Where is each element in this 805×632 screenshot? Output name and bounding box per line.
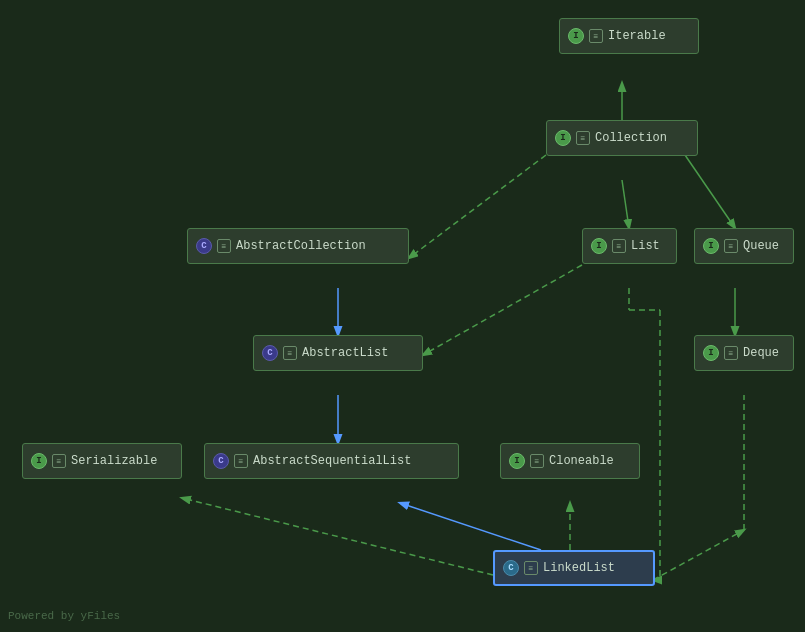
- node-abstractlist[interactable]: C ≡ AbstractList: [253, 335, 423, 371]
- node-collection[interactable]: I ≡ Collection: [546, 120, 698, 156]
- svg-line-2: [622, 180, 629, 228]
- modifier-icon: ≡: [52, 454, 66, 468]
- node-label: AbstractList: [302, 346, 388, 360]
- svg-line-9: [400, 503, 541, 550]
- node-queue[interactable]: I ≡ Queue: [694, 228, 794, 264]
- abstract-icon: C: [196, 238, 212, 254]
- arrows-layer: [0, 0, 805, 632]
- svg-line-3: [685, 155, 735, 228]
- node-label: Iterable: [608, 29, 666, 43]
- node-label: List: [631, 239, 660, 253]
- modifier-icon: ≡: [724, 346, 738, 360]
- node-label: Cloneable: [549, 454, 614, 468]
- modifier-icon: ≡: [576, 131, 590, 145]
- modifier-icon: ≡: [234, 454, 248, 468]
- interface-icon: I: [703, 345, 719, 361]
- node-abstractsequentiallist[interactable]: C ≡ AbstractSequentialList: [204, 443, 459, 479]
- modifier-icon: ≡: [612, 239, 626, 253]
- modifier-icon: ≡: [524, 561, 538, 575]
- modifier-icon: ≡: [589, 29, 603, 43]
- svg-line-1: [409, 155, 546, 258]
- node-label: Queue: [743, 239, 779, 253]
- class-icon: C: [503, 560, 519, 576]
- node-abstractcollection[interactable]: C ≡ AbstractCollection: [187, 228, 409, 264]
- node-label: LinkedList: [543, 561, 615, 575]
- svg-line-11: [653, 530, 744, 580]
- abstract-icon: C: [262, 345, 278, 361]
- modifier-icon: ≡: [724, 239, 738, 253]
- node-label: Collection: [595, 131, 667, 145]
- node-label: AbstractSequentialList: [253, 454, 411, 468]
- interface-icon: I: [509, 453, 525, 469]
- modifier-icon: ≡: [530, 454, 544, 468]
- abstract-icon: C: [213, 453, 229, 469]
- node-linkedlist[interactable]: C ≡ LinkedList: [493, 550, 655, 586]
- interface-icon: I: [568, 28, 584, 44]
- node-deque[interactable]: I ≡ Deque: [694, 335, 794, 371]
- svg-line-8: [182, 498, 493, 575]
- node-label: AbstractCollection: [236, 239, 366, 253]
- svg-line-5: [423, 265, 582, 355]
- node-cloneable[interactable]: I ≡ Cloneable: [500, 443, 640, 479]
- node-label: Serializable: [71, 454, 157, 468]
- modifier-icon: ≡: [217, 239, 231, 253]
- powered-by-label: Powered by yFiles: [8, 610, 120, 622]
- diagram-canvas: I ≡ Iterable I ≡ Collection C ≡ Abstract…: [0, 0, 805, 632]
- node-label: Deque: [743, 346, 779, 360]
- interface-icon: I: [703, 238, 719, 254]
- modifier-icon: ≡: [283, 346, 297, 360]
- node-list[interactable]: I ≡ List: [582, 228, 677, 264]
- interface-icon: I: [555, 130, 571, 146]
- node-serializable[interactable]: I ≡ Serializable: [22, 443, 182, 479]
- interface-icon: I: [31, 453, 47, 469]
- node-iterable[interactable]: I ≡ Iterable: [559, 18, 699, 54]
- interface-icon: I: [591, 238, 607, 254]
